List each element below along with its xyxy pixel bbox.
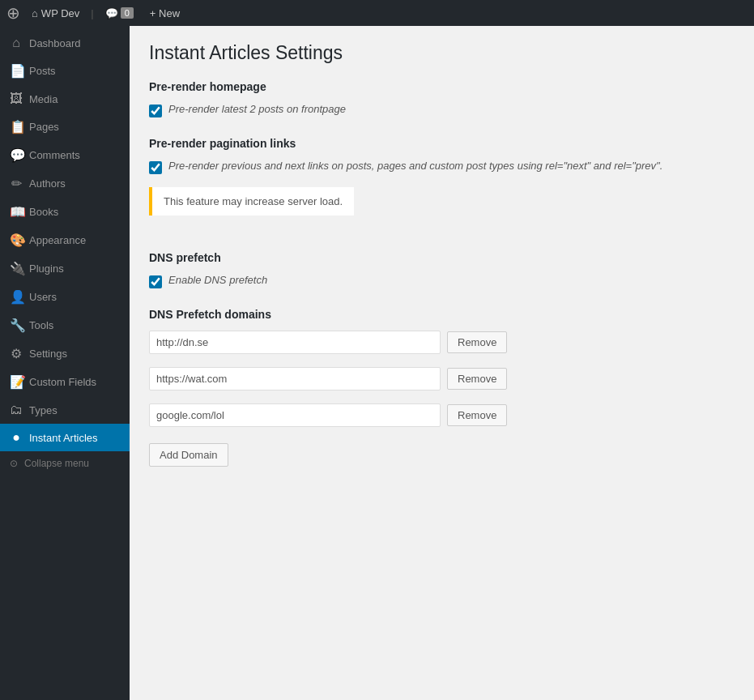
domain-input-1[interactable] bbox=[149, 367, 441, 391]
users-icon: 👤 bbox=[10, 289, 23, 305]
pre-render-homepage-checkbox[interactable] bbox=[149, 105, 162, 117]
sidebar-item-dashboard[interactable]: ⌂ Dashboard bbox=[0, 29, 130, 57]
layout: ⌂ Dashboard 📄 Posts 🖼 Media 📋 Pages 💬 Co… bbox=[0, 26, 754, 700]
custom-fields-icon: 📝 bbox=[10, 374, 23, 390]
sidebar-item-instant-articles[interactable]: ● Instant Articles bbox=[0, 424, 130, 451]
pre-render-homepage-row: Pre-render latest 2 posts on frontpage bbox=[149, 103, 735, 117]
sidebar-item-tools[interactable]: 🔧 Tools bbox=[0, 311, 130, 339]
domain-row-1: Remove bbox=[149, 367, 735, 391]
collapse-icon: ⊙ bbox=[10, 458, 18, 469]
section-pre-render-pagination: Pre-render pagination links Pre-render p… bbox=[149, 137, 735, 232]
domain-input-0[interactable] bbox=[149, 331, 441, 354]
domain-row-0: Remove bbox=[149, 331, 735, 354]
section-heading-pre-render-homepage: Pre-render homepage bbox=[149, 80, 735, 93]
tools-icon: 🔧 bbox=[10, 318, 23, 333]
sidebar-item-appearance[interactable]: 🎨 Appearance bbox=[0, 226, 130, 254]
pre-render-pagination-checkbox[interactable] bbox=[149, 161, 162, 174]
page-title: Instant Articles Settings bbox=[149, 42, 735, 64]
pre-render-pagination-row: Pre-render previous and next links on po… bbox=[149, 160, 735, 174]
dns-prefetch-checkbox[interactable] bbox=[149, 275, 162, 288]
dashboard-icon: ⌂ bbox=[10, 36, 23, 50]
appearance-icon: 🎨 bbox=[10, 233, 23, 248]
section-heading-dns-prefetch: DNS prefetch bbox=[149, 251, 735, 264]
section-heading-pre-render-pagination: Pre-render pagination links bbox=[149, 137, 735, 150]
sidebar-item-authors[interactable]: ✏ Authors bbox=[0, 169, 130, 198]
sidebar-item-media[interactable]: 🖼 Media bbox=[0, 85, 130, 113]
comments-count: 0 bbox=[121, 7, 134, 19]
instant-articles-icon: ● bbox=[10, 430, 23, 445]
sidebar-item-types[interactable]: 🗂 Types bbox=[0, 396, 130, 424]
collapse-menu[interactable]: ⊙ Collapse menu bbox=[0, 451, 130, 476]
types-icon: 🗂 bbox=[10, 403, 23, 417]
section-dns-prefetch: DNS prefetch Enable DNS prefetch bbox=[149, 251, 735, 288]
pages-icon: 📋 bbox=[10, 119, 23, 134]
home-icon: ⌂ bbox=[32, 7, 38, 19]
sidebar-item-custom-fields[interactable]: 📝 Custom Fields bbox=[0, 368, 130, 396]
media-icon: 🖼 bbox=[10, 92, 23, 106]
domain-row-2: Remove bbox=[149, 403, 735, 427]
sidebar-item-users[interactable]: 👤 Users bbox=[0, 283, 130, 311]
add-domain-button[interactable]: Add Domain bbox=[149, 443, 228, 467]
warning-server-load: This feature may increase server load. bbox=[149, 187, 354, 216]
sidebar: ⌂ Dashboard 📄 Posts 🖼 Media 📋 Pages 💬 Co… bbox=[0, 26, 130, 700]
sidebar-item-plugins[interactable]: 🔌 Plugins bbox=[0, 254, 130, 283]
new-link[interactable]: + New bbox=[145, 7, 185, 19]
books-icon: 📖 bbox=[10, 204, 23, 220]
topbar-divider: | bbox=[91, 7, 93, 19]
posts-icon: 📄 bbox=[10, 63, 23, 79]
plugins-icon: 🔌 bbox=[10, 261, 23, 276]
section-pre-render-homepage: Pre-render homepage Pre-render latest 2 … bbox=[149, 80, 735, 117]
remove-domain-2[interactable]: Remove bbox=[447, 404, 507, 426]
section-heading-dns-prefetch-domains: DNS Prefetch domains bbox=[149, 308, 735, 321]
remove-domain-1[interactable]: Remove bbox=[447, 368, 507, 390]
sidebar-item-settings[interactable]: ⚙ Settings bbox=[0, 339, 130, 368]
dns-prefetch-label: Enable DNS prefetch bbox=[168, 274, 267, 286]
comments-link[interactable]: 💬 0 bbox=[100, 7, 138, 19]
site-name[interactable]: ⌂ WP Dev bbox=[27, 7, 84, 19]
dns-prefetch-row: Enable DNS prefetch bbox=[149, 274, 735, 288]
authors-icon: ✏ bbox=[10, 176, 23, 191]
sidebar-item-pages[interactable]: 📋 Pages bbox=[0, 113, 130, 141]
sidebar-item-comments[interactable]: 💬 Comments bbox=[0, 141, 130, 169]
main-content: Instant Articles Settings Pre-render hom… bbox=[130, 26, 754, 700]
sidebar-item-books[interactable]: 📖 Books bbox=[0, 198, 130, 226]
remove-domain-0[interactable]: Remove bbox=[447, 331, 507, 353]
settings-icon: ⚙ bbox=[10, 346, 23, 361]
topbar: ⊕ ⌂ WP Dev | 💬 0 + New bbox=[0, 0, 754, 26]
section-dns-prefetch-domains: DNS Prefetch domains Remove Remove Remov… bbox=[149, 308, 735, 467]
comments-icon: 💬 bbox=[10, 147, 23, 163]
pre-render-pagination-label: Pre-render previous and next links on po… bbox=[168, 160, 662, 172]
comment-icon: 💬 bbox=[105, 7, 118, 19]
wp-logo-icon: ⊕ bbox=[6, 3, 20, 23]
pre-render-homepage-label: Pre-render latest 2 posts on frontpage bbox=[168, 103, 346, 115]
domain-input-2[interactable] bbox=[149, 403, 441, 427]
sidebar-item-posts[interactable]: 📄 Posts bbox=[0, 57, 130, 85]
